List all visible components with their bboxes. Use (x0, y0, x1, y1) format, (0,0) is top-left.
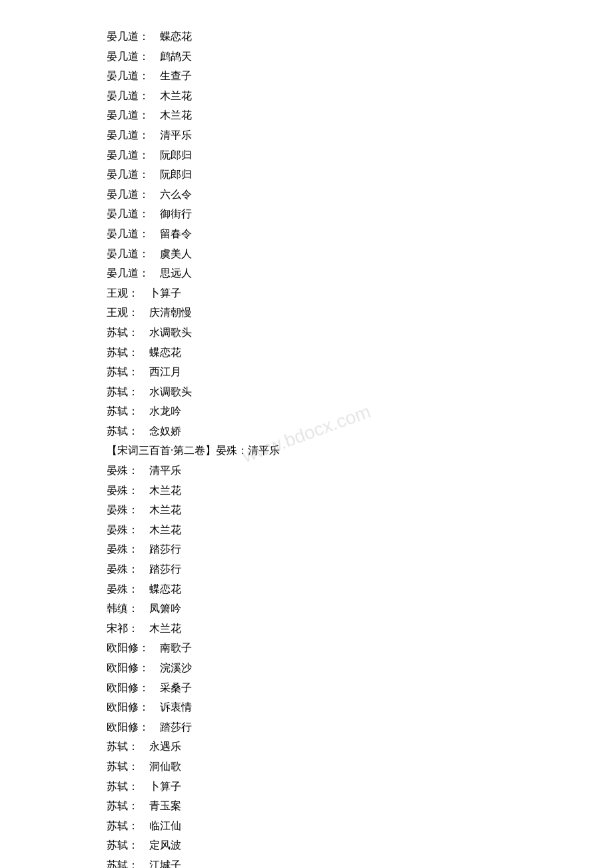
list-item: 欧阳修： 南歌子 (107, 638, 506, 658)
list-item: 晏殊： 木兰花 (107, 481, 506, 501)
list-item: 晏几道： 思远人 (107, 263, 506, 283)
list-item: 苏轼： 西江月 (107, 362, 506, 382)
list-item: 晏几道： 阮郎归 (107, 165, 506, 185)
list-item: 王观： 庆清朝慢 (107, 303, 506, 323)
list-item: 苏轼： 江城子 (107, 855, 506, 868)
list-item: 晏几道： 木兰花 (107, 86, 506, 106)
list-item: 晏殊： 木兰花 (107, 500, 506, 520)
list-item: 晏几道： 六么令 (107, 185, 506, 205)
list-item: 苏轼： 青玉案 (107, 796, 506, 816)
list-item: 苏轼： 念奴娇 (107, 421, 506, 441)
list-item: 苏轼： 定风波 (107, 835, 506, 855)
list-item: 晏几道： 蝶恋花 (107, 27, 506, 47)
list-item: 韩缜： 凤箫吟 (107, 599, 506, 619)
list-item: 晏几道： 清平乐 (107, 125, 506, 145)
list-item: 苏轼： 蝶恋花 (107, 343, 506, 363)
list-item: 晏几道： 木兰花 (107, 105, 506, 125)
section-header: 【宋词三百首·第二卷】晏殊：清平乐 (107, 441, 506, 461)
list-item: 晏殊： 踏莎行 (107, 539, 506, 559)
list-item: 晏几道： 阮郎归 (107, 145, 506, 165)
list-item: 苏轼： 水调歌头 (107, 382, 506, 402)
list-item: 苏轼： 洞仙歌 (107, 757, 506, 777)
list-item: 欧阳修： 诉衷情 (107, 697, 506, 717)
list-item: 苏轼： 临江仙 (107, 816, 506, 836)
list-item: 晏几道： 御街行 (107, 204, 506, 224)
list-item: 晏殊： 木兰花 (107, 520, 506, 540)
list-item: 欧阳修： 浣溪沙 (107, 658, 506, 678)
list-item: 宋祁： 木兰花 (107, 619, 506, 639)
list-item: 晏几道： 生查子 (107, 66, 506, 86)
list-item: 王观： 卜算子 (107, 283, 506, 303)
list-item: 欧阳修： 采桑子 (107, 678, 506, 698)
list-item: 欧阳修： 踏莎行 (107, 717, 506, 737)
content-list: 晏几道： 蝶恋花晏几道： 鹧鸪天晏几道： 生查子晏几道： 木兰花晏几道： 木兰花… (107, 27, 506, 868)
list-item: 晏几道： 鹧鸪天 (107, 47, 506, 67)
list-item: 晏几道： 虞美人 (107, 244, 506, 264)
list-item: 晏殊： 蝶恋花 (107, 579, 506, 599)
list-item: 苏轼： 永遇乐 (107, 737, 506, 757)
page-container: 晏几道： 蝶恋花晏几道： 鹧鸪天晏几道： 生查子晏几道： 木兰花晏几道： 木兰花… (0, 0, 613, 868)
list-item: 晏几道： 留春令 (107, 224, 506, 244)
list-item: 晏殊： 清平乐 (107, 461, 506, 481)
list-item: 晏殊： 踏莎行 (107, 559, 506, 579)
list-item: 苏轼： 水龙吟 (107, 401, 506, 421)
list-item: 苏轼： 水调歌头 (107, 323, 506, 343)
list-item: 苏轼： 卜算子 (107, 777, 506, 797)
